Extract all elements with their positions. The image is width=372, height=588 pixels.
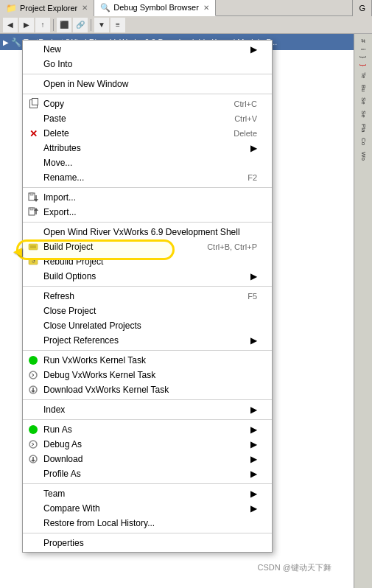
menu-item-close-project[interactable]: Close Project <box>23 304 272 318</box>
menu-item-restore-history-label: Restore from Local History... <box>43 518 155 528</box>
right-bar-item-2[interactable]: i <box>359 46 368 52</box>
menu-item-index-label: Index <box>43 405 65 415</box>
menu-item-export[interactable]: Export... <box>23 205 272 220</box>
toolbar-forward-btn[interactable]: ▶ <box>19 18 34 32</box>
menu-item-debug-as-arrow: ▶ <box>243 439 257 449</box>
menu-item-open-wind-river-label: Open Wind River VxWorks 6.9 Development … <box>43 227 240 237</box>
toolbar-up-btn[interactable]: ↑ <box>35 18 50 32</box>
menu-item-debug-as[interactable]: Debug As ▶ <box>23 437 272 452</box>
import-icon <box>27 192 39 203</box>
menu-item-copy-label: Copy <box>43 99 64 109</box>
tab-project-explorer-close[interactable]: ✕ <box>82 4 88 12</box>
menu-item-paste-shortcut: Ctrl+V <box>212 114 257 123</box>
sep2 <box>23 94 272 94</box>
toolbar-back-btn[interactable]: ◀ <box>3 18 18 32</box>
watermark: CSDN @键动天下舞 <box>258 562 331 573</box>
menu-item-compare-with[interactable]: Compare With ▶ <box>23 501 272 516</box>
right-bar-item-4: } <box>359 62 368 69</box>
menu-item-run-vxworks-label: Run VxWorks Kernel Task <box>43 355 146 365</box>
toolbar-link-btn[interactable]: 🔗 <box>73 18 88 32</box>
menu-item-open-wind-river[interactable]: Open Wind River VxWorks 6.9 Development … <box>23 225 272 239</box>
menu-item-paste[interactable]: Paste Ctrl+V <box>23 111 272 126</box>
menu-item-move-label: Move... <box>43 158 72 168</box>
svg-rect-1 <box>30 193 33 195</box>
menu-item-index[interactable]: Index ▶ <box>23 402 272 417</box>
menu-item-refresh[interactable]: Refresh F5 <box>23 289 272 304</box>
run-as-icon <box>27 424 39 435</box>
menu-item-download-label: Download <box>43 454 83 464</box>
menu-item-go-into[interactable]: Go Into <box>23 57 272 71</box>
menu-item-attributes[interactable]: Attributes ▶ <box>23 141 272 155</box>
toolbar-menu1-btn[interactable]: ▼ <box>94 18 109 32</box>
toolbar-menu2-btn[interactable]: ≡ <box>110 18 125 32</box>
menu-item-paste-label: Paste <box>43 113 66 124</box>
copy-icon <box>27 98 39 110</box>
menu-item-rebuild-project[interactable]: ↺ Rebuild Project <box>23 254 272 269</box>
menu-item-import[interactable]: Import... <box>23 190 272 205</box>
expand-arrow[interactable]: ▶ <box>3 38 9 46</box>
menu-item-rename[interactable]: Rename... F2 <box>23 170 272 185</box>
toolbar: ◀ ▶ ↑ ⬛ 🔗 ▼ ≡ <box>0 16 372 34</box>
sep7 <box>23 399 272 400</box>
menu-item-rename-shortcut: F2 <box>225 173 257 182</box>
toolbar-collapse-btn[interactable]: ⬛ <box>57 18 71 32</box>
menu-item-profile-as-arrow: ▶ <box>243 469 257 479</box>
menu-item-new-arrow: ▶ <box>243 44 257 55</box>
right-bar-item-3[interactable]: } <box>359 54 368 60</box>
sep10 <box>23 533 272 533</box>
menu-item-copy[interactable]: Copy Ctrl+C <box>23 97 272 111</box>
svg-rect-9 <box>30 245 36 248</box>
right-bar-label-bu: Bu <box>359 83 368 94</box>
menu-item-move[interactable]: Move... <box>23 155 272 170</box>
menu-item-new-label: New <box>43 44 61 55</box>
menu-item-go-into-label: Go Into <box>43 59 72 69</box>
menu-item-build-project[interactable]: Build Project Ctrl+B, Ctrl+P <box>23 239 272 254</box>
download-vxworks-icon <box>27 384 39 396</box>
menu-item-close-unrelated[interactable]: Close Unrelated Projects <box>23 318 272 333</box>
tab-go[interactable]: G <box>352 0 372 16</box>
menu-item-index-arrow: ▶ <box>243 405 257 415</box>
sep8 <box>23 419 272 420</box>
menu-item-build-options-arrow: ▶ <box>243 271 257 281</box>
tab-debug-symbol-browser[interactable]: 🔍 Debug Symbol Browser ✕ <box>94 0 216 16</box>
menu-item-delete[interactable]: ✕ Delete Delete <box>23 126 272 141</box>
download-icon <box>27 453 39 465</box>
menu-item-export-label: Export... <box>43 207 77 217</box>
menu-item-debug-as-label: Debug As <box>43 439 82 449</box>
menu-item-profile-as[interactable]: Profile As ▶ <box>23 466 272 481</box>
menu-item-download[interactable]: Download ▶ <box>23 452 272 466</box>
sep4 <box>23 222 272 223</box>
debug-as-icon <box>27 438 39 450</box>
menu-item-delete-shortcut: Delete <box>211 129 257 138</box>
tab-project-explorer[interactable]: 📁 Project Explorer ✕ <box>0 0 94 16</box>
menu-item-open-new-window[interactable]: Open in New Window <box>23 77 272 91</box>
menu-item-project-references[interactable]: Project References ▶ <box>23 333 272 348</box>
svg-text:↺: ↺ <box>32 259 35 264</box>
menu-item-run-as[interactable]: Run As ▶ <box>23 422 272 437</box>
menu-item-attributes-label: Attributes <box>43 143 81 153</box>
menu-item-properties[interactable]: Properties <box>23 536 272 550</box>
right-bar-label-te: Te <box>359 70 368 80</box>
svg-marker-15 <box>31 391 35 393</box>
menu-item-build-project-label: Build Project <box>43 242 93 252</box>
menu-item-new[interactable]: New ▶ <box>23 42 272 57</box>
menu-item-build-options[interactable]: Build Options ▶ <box>23 269 272 284</box>
svg-point-16 <box>29 441 37 448</box>
tab-debug-symbol-browser-close[interactable]: ✕ <box>203 4 209 12</box>
debug-symbol-icon: 🔍 <box>100 3 110 13</box>
menu-item-open-new-window-label: Open in New Window <box>43 79 128 89</box>
menu-item-profile-as-label: Profile As <box>43 469 81 479</box>
project-panel: ▶ 🔧 TestProject [Wind River VxWorks 6.9 … <box>0 34 354 588</box>
menu-item-run-as-label: Run As <box>43 424 72 435</box>
menu-item-run-vxworks[interactable]: Run VxWorks Kernel Task <box>23 353 272 368</box>
menu-item-restore-history[interactable]: Restore from Local History... <box>23 516 272 531</box>
menu-item-debug-vxworks[interactable]: Debug VxWorks Kernel Task <box>23 368 272 382</box>
menu-item-rename-label: Rename... <box>43 172 84 183</box>
menu-item-download-vxworks[interactable]: Download VxWorks Kernel Task <box>23 382 272 397</box>
menu-item-team[interactable]: Team ▶ <box>23 486 272 501</box>
right-bar-item-1[interactable]: # <box>359 37 368 45</box>
project-explorer-icon: 📁 <box>6 3 17 13</box>
go-tab-label: G <box>359 4 365 13</box>
sep9 <box>23 483 272 484</box>
menu-item-close-unrelated-label: Close Unrelated Projects <box>43 321 141 331</box>
